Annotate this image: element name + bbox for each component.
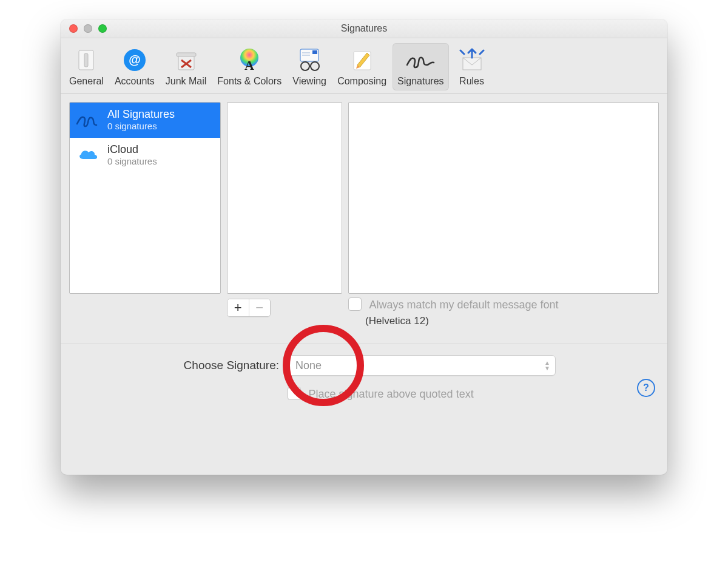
choose-signature-row: Choose Signature: None ▲▼ (73, 355, 655, 376)
minus-icon: − (255, 300, 263, 315)
tab-label: Fonts & Colors (217, 76, 281, 87)
resize-grip-icon[interactable] (219, 188, 221, 208)
account-subtitle: 0 signatures (107, 156, 157, 166)
help-button[interactable]: ? (637, 379, 655, 397)
signatures-body: All Signatures 0 signatures iCloud 0 (61, 93, 667, 409)
viewing-icon (292, 46, 326, 75)
match-font-checkbox[interactable] (348, 297, 362, 311)
accounts-pane[interactable]: All Signatures 0 signatures iCloud 0 (69, 102, 221, 294)
svg-rect-1 (84, 53, 88, 67)
tab-label: Rules (459, 76, 484, 87)
svg-point-15 (311, 62, 319, 70)
general-icon (69, 46, 103, 75)
place-above-row: Place signature above quoted text (73, 387, 655, 401)
svg-text:@: @ (129, 53, 141, 66)
tab-accounts[interactable]: @ Accounts (110, 43, 160, 90)
rules-icon (455, 46, 489, 75)
place-above-checkbox[interactable] (288, 387, 301, 400)
choose-signature-value: None (295, 359, 322, 372)
svg-rect-4 (178, 55, 194, 70)
account-title: iCloud (107, 143, 157, 156)
tab-label: Viewing (292, 76, 326, 87)
tab-general[interactable]: General (64, 43, 109, 90)
account-item-all[interactable]: All Signatures 0 signatures (70, 103, 220, 138)
divider (61, 344, 667, 344)
match-font-label: Always match my default message font (369, 299, 558, 311)
window-title: Signatures (61, 23, 667, 34)
tab-junk-mail[interactable]: Junk Mail (161, 43, 212, 90)
fonts-colors-icon: A (232, 46, 266, 75)
plus-icon: + (234, 300, 242, 315)
tab-viewing[interactable]: Viewing (288, 43, 331, 90)
account-subtitle: 0 signatures (107, 121, 175, 131)
resize-grip-icon[interactable] (340, 188, 342, 208)
tab-rules[interactable]: Rules (450, 43, 494, 90)
tab-label: Signatures (397, 76, 444, 87)
choose-signature-label: Choose Signature: (73, 359, 288, 372)
signature-glyph-icon (75, 107, 101, 132)
tab-label: General (69, 76, 104, 87)
place-above-label: Place signature above quoted text (308, 388, 473, 400)
svg-point-14 (301, 62, 309, 70)
svg-rect-11 (312, 50, 317, 54)
account-item-icloud[interactable]: iCloud 0 signatures (70, 138, 220, 173)
svg-rect-5 (177, 53, 196, 56)
default-font-value: (Helvetica 12) (365, 315, 659, 327)
add-remove-pair: + − (227, 299, 271, 317)
preferences-window: Signatures General @ (61, 19, 667, 475)
icloud-icon (75, 143, 101, 167)
signature-list-pane[interactable] (227, 102, 342, 294)
composing-icon (345, 46, 379, 75)
choose-signature-select[interactable]: None ▲▼ (288, 355, 556, 376)
help-icon: ? (643, 382, 649, 393)
stepper-icon: ▲▼ (544, 360, 550, 371)
preferences-toolbar: General @ Accounts (61, 38, 667, 93)
tab-label: Composing (337, 76, 386, 87)
match-font-row[interactable]: Always match my default message font (348, 297, 659, 311)
signature-editor-pane[interactable] (348, 102, 659, 294)
titlebar: Signatures (61, 19, 667, 38)
account-title: All Signatures (107, 108, 175, 121)
junk-icon (169, 46, 203, 75)
tab-fonts-colors[interactable]: A Fonts & Colors (212, 43, 286, 90)
tab-signatures[interactable]: Signatures (393, 43, 449, 90)
remove-signature-button[interactable]: − (249, 299, 271, 316)
accounts-icon: @ (118, 46, 152, 75)
place-above-control[interactable]: Place signature above quoted text (288, 387, 474, 401)
svg-text:A: A (244, 58, 254, 73)
add-signature-button[interactable]: + (228, 299, 249, 316)
tab-label: Junk Mail (166, 76, 207, 87)
tab-label: Accounts (115, 76, 155, 87)
tab-composing[interactable]: Composing (332, 43, 391, 90)
signatures-icon (403, 46, 437, 75)
